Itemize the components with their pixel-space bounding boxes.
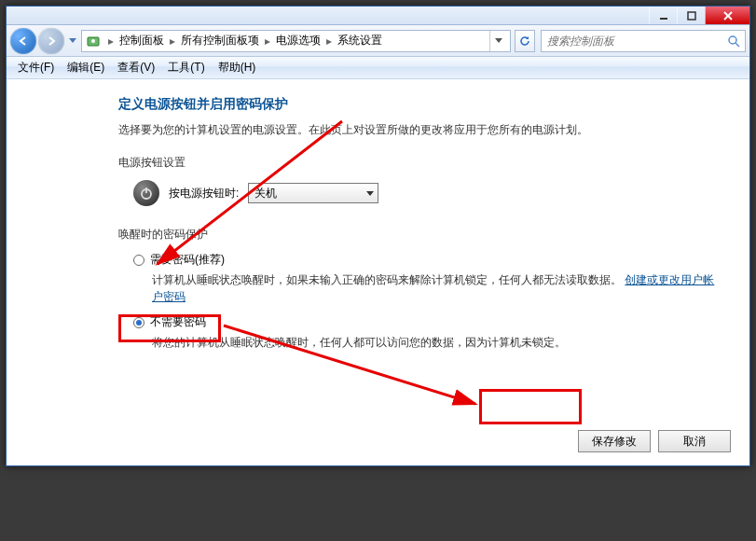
forward-button[interactable] — [38, 28, 64, 54]
radio-no-password[interactable]: 不需要密码 — [133, 314, 722, 330]
section-power-label: 电源按钮设置 — [118, 155, 722, 171]
menubar: 文件(F) 编辑(E) 查看(V) 工具(T) 帮助(H) — [7, 57, 749, 79]
radio-icon — [133, 317, 144, 328]
svg-point-6 — [729, 36, 736, 44]
breadcrumb-item[interactable]: 系统设置 — [336, 33, 384, 49]
minimize-button[interactable] — [649, 7, 677, 24]
chevron-right-icon: ▸ — [166, 35, 179, 48]
page-description: 选择要为您的计算机设置的电源设置。在此页上对设置所做的更改将应用于您所有的电源计… — [118, 122, 722, 138]
breadcrumb-item[interactable]: 所有控制面板项 — [179, 33, 261, 49]
close-button[interactable] — [705, 7, 749, 24]
navbar: ▸ 控制面板 ▸ 所有控制面板项 ▸ 电源选项 ▸ 系统设置 — [7, 25, 749, 57]
chevron-right-icon: ▸ — [323, 35, 336, 48]
svg-rect-1 — [688, 12, 695, 20]
chevron-down-icon — [366, 187, 374, 200]
search-box[interactable] — [541, 30, 746, 52]
history-dropdown[interactable] — [66, 32, 79, 50]
power-icon — [133, 180, 159, 206]
menu-edit[interactable]: 编辑(E) — [62, 58, 110, 77]
back-button[interactable] — [10, 28, 36, 54]
menu-view[interactable]: 查看(V) — [112, 58, 160, 77]
radio-require-password[interactable]: 需要密码(推荐) — [133, 252, 722, 268]
power-button-label: 按电源按钮时: — [169, 186, 239, 201]
cancel-button[interactable]: 取消 — [658, 430, 731, 452]
menu-file[interactable]: 文件(F) — [12, 58, 60, 77]
chevron-right-icon: ▸ — [104, 35, 117, 48]
search-icon[interactable] — [726, 35, 741, 48]
refresh-button[interactable] — [515, 30, 535, 52]
breadcrumb[interactable]: ▸ 控制面板 ▸ 所有控制面板项 ▸ 电源选项 ▸ 系统设置 — [81, 30, 511, 52]
address-dropdown[interactable] — [489, 31, 506, 51]
save-button[interactable]: 保存修改 — [578, 430, 651, 452]
control-panel-icon — [86, 34, 101, 49]
radio-label: 不需要密码 — [150, 314, 206, 330]
maximize-button[interactable] — [677, 7, 705, 24]
chevron-right-icon: ▸ — [261, 35, 274, 48]
breadcrumb-item[interactable]: 电源选项 — [274, 33, 323, 49]
radio-icon — [133, 255, 144, 266]
content-area: 定义电源按钮并启用密码保护 选择要为您的计算机设置的电源设置。在此页上对设置所做… — [7, 79, 749, 465]
titlebar — [7, 7, 749, 25]
radio-label: 需要密码(推荐) — [150, 252, 225, 268]
menu-tools[interactable]: 工具(T) — [162, 58, 210, 77]
breadcrumb-item[interactable]: 控制面板 — [117, 33, 166, 49]
svg-line-7 — [735, 43, 739, 47]
dropdown-value: 关机 — [254, 186, 277, 201]
search-input[interactable] — [545, 34, 726, 49]
svg-point-5 — [91, 39, 95, 43]
opt1-description: 计算机从睡眠状态唤醒时，如果未输入正确的密码来解除计算机锁定，任何人都无法读取数… — [152, 271, 722, 305]
opt2-description: 将您的计算机从睡眠状态唤醒时，任何人都可以访问您的数据，因为计算机未锁定。 — [152, 334, 722, 351]
menu-help[interactable]: 帮助(H) — [213, 58, 262, 77]
section-password-label: 唤醒时的密码保护 — [118, 227, 722, 243]
annotation-box — [479, 389, 582, 424]
page-title: 定义电源按钮并启用密码保护 — [118, 96, 722, 113]
window: ▸ 控制面板 ▸ 所有控制面板项 ▸ 电源选项 ▸ 系统设置 文件(F) 编辑(… — [6, 6, 750, 466]
power-action-dropdown[interactable]: 关机 — [248, 183, 378, 203]
